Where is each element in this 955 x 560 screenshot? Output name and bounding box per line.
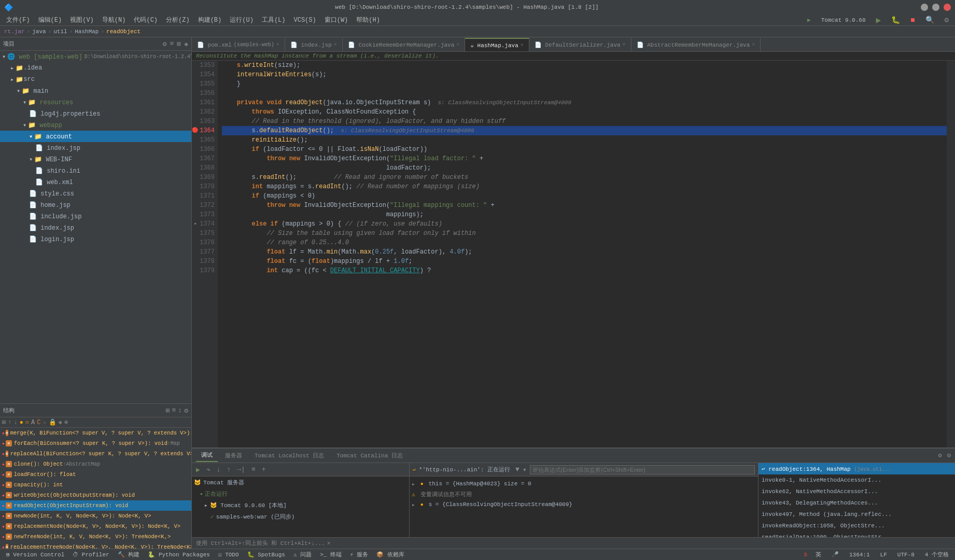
struct-replaceall[interactable]: ● m replaceAll(BiFunction<? super K, ? s… <box>0 449 191 459</box>
eval-filter-icon[interactable]: ▼ <box>515 466 519 473</box>
status-ime[interactable]: 英 <box>813 551 823 558</box>
tree-webinf[interactable]: ▾ 📁 WEB-INF <box>0 153 191 165</box>
struct-toolbar-3[interactable]: ↓ <box>13 419 17 426</box>
status-encoding[interactable]: UTF-8 <box>895 552 917 558</box>
var-s[interactable]: ▸ ● s = {ClassResolvingObjectInputStream… <box>412 499 756 510</box>
struct-toolbar-5[interactable]: ○ <box>25 419 29 426</box>
tree-webapp[interactable]: ▾ 📁 webapp <box>0 119 191 131</box>
debug-resume-btn[interactable]: ▶ <box>194 465 202 475</box>
tree-shiro-ini[interactable]: 📄 shiro.ini <box>0 165 191 176</box>
menu-file[interactable]: 文件(F) <box>2 15 34 25</box>
tab-close-indexjsp[interactable]: × <box>334 42 337 48</box>
struct-capacity[interactable]: ● m capacity(): int <box>0 480 191 490</box>
server-item-samples[interactable]: ✓ samples-web:war (已同步) <box>192 511 409 522</box>
eval-expression-input[interactable] <box>530 465 755 474</box>
menu-build[interactable]: 构建(B) <box>194 15 226 25</box>
tree-webxml[interactable]: 📄 web.xml <box>0 176 191 188</box>
menu-nav[interactable]: 导航(N) <box>98 15 130 25</box>
breadcrumb-readobject[interactable]: readObject <box>106 29 141 35</box>
fold-icon[interactable]: ▸ <box>194 219 197 229</box>
tree-idea[interactable]: ▸ 📁 .idea <box>0 62 191 74</box>
tree-include[interactable]: 📄 include.jsp <box>0 211 191 222</box>
frame-invoke43[interactable]: invoke43, DelegatingMethodAcces... <box>759 497 955 509</box>
struct-writeobject[interactable]: ● m writeObject(ObjectOutputStream): voi… <box>0 490 191 500</box>
status-build[interactable]: 🔨 构建 <box>116 551 142 558</box>
status-profiler[interactable]: ⏱ Profiler <box>71 551 111 558</box>
status-services[interactable]: ⚡ 服务 <box>348 551 370 558</box>
status-mic[interactable]: 🎤 <box>830 551 841 558</box>
tree-index[interactable]: 📄 index.jsp <box>0 222 191 233</box>
menu-analyze[interactable]: 分析(Z) <box>162 15 194 25</box>
struct-toolbar-1[interactable]: ⊞ <box>2 418 6 426</box>
run-button[interactable]: ▶ <box>872 14 886 26</box>
tree-home[interactable]: 📄 home.jsp <box>0 199 191 211</box>
debug-step-over-btn[interactable]: ↷ <box>204 465 213 475</box>
tree-src[interactable]: ▸ 📁 src <box>0 74 191 85</box>
struct-toolbar-7[interactable]: C <box>37 419 40 426</box>
server-item-tomcat-local[interactable]: ▸ 🐱 Tomcat 9.0.60 [本地] <box>192 499 409 511</box>
breadcrumb-rtjar[interactable]: rt.jar <box>4 29 25 35</box>
struct-foreach[interactable]: ● m forEach(BiConsumer<? super K, ? supe… <box>0 438 191 449</box>
debug-evaluate-btn[interactable]: ≡ <box>249 465 258 474</box>
debug-add-btn[interactable]: + <box>260 465 268 474</box>
struct-toolbar-2[interactable]: ↑ <box>8 419 11 426</box>
struct-toolbar-10[interactable]: ◈ <box>59 418 62 426</box>
tree-login[interactable]: 📄 login.jsp <box>0 233 191 245</box>
tree-item-web[interactable]: ▾ 🌐 web [samples-web] D:\Download\shiro-… <box>0 51 191 62</box>
struct-loadfactor[interactable]: ● m loadFactor(): float <box>0 469 191 480</box>
project-expand-icon[interactable]: ⊞ <box>177 40 181 48</box>
menu-view[interactable]: 视图(V) <box>66 15 98 25</box>
struct-replacementtreenode[interactable]: ● m replacementTreeNode(Node<K, V>, Node… <box>0 542 191 549</box>
struct-readobject[interactable]: ● m readObject(ObjectInputStream): void <box>0 500 191 511</box>
server-item-tomcat[interactable]: 🐱 Tomcat 服务器 <box>192 477 409 488</box>
frame-invoke0[interactable]: invoke0-1, NativeMethodAccessorI... <box>759 474 955 486</box>
breadcrumb-hashmap[interactable]: HashMap <box>75 29 99 35</box>
struct-toolbar-4[interactable]: ● <box>20 419 23 426</box>
tab-close-cookie[interactable]: × <box>456 42 459 48</box>
menu-vcs[interactable]: VCS(S) <box>289 16 320 25</box>
bottom-tab-tomcat-catalina[interactable]: Tomcat Catalina 日志 <box>331 450 408 461</box>
struct-toolbar-6[interactable]: A <box>31 419 35 426</box>
tree-log4j[interactable]: 📄 log4j.properties <box>0 108 191 119</box>
var-this[interactable]: ▸ ● this = {HashMap@4023} size = 0 <box>412 479 756 489</box>
tab-close-abstract[interactable]: × <box>752 42 755 48</box>
status-problems[interactable]: ⚠ 问题 <box>291 551 314 558</box>
struct-icon3[interactable]: ↕ <box>178 407 182 415</box>
frame-invoke497[interactable]: invoke497, Method (java.lang.reflec... <box>759 509 955 520</box>
code-editor[interactable]: s.writeInt(size); internalWriteEntries(s… <box>218 61 947 447</box>
status-linefeed[interactable]: LF <box>878 552 889 558</box>
debug-step-into-btn[interactable]: ↓ <box>215 465 223 474</box>
bottom-settings-icon[interactable]: ⚙ <box>938 452 942 459</box>
bottom-tab-server[interactable]: 服务器 <box>220 450 247 461</box>
tree-account[interactable]: ▾ 📁 account <box>0 131 191 142</box>
tab-indexjsp[interactable]: 📄 index.jsp × <box>285 38 343 51</box>
breadcrumb-java[interactable]: java <box>32 29 46 35</box>
minimize-button[interactable] <box>921 4 928 11</box>
stop-button[interactable]: ■ <box>906 15 919 25</box>
menu-window[interactable]: 窗口(W) <box>320 15 353 25</box>
struct-icon4[interactable]: ⚙ <box>184 407 188 415</box>
struct-replacementnode[interactable]: ● m replacementNode(Node<K, V>, Node<K, … <box>0 521 191 531</box>
bottom-hint-close[interactable]: × <box>327 540 331 547</box>
menu-help[interactable]: 帮助(H) <box>352 15 384 25</box>
status-indent[interactable]: 4 个空格 <box>923 551 951 558</box>
close-button[interactable] <box>944 4 951 11</box>
project-settings-icon[interactable]: ⚙ <box>163 40 167 48</box>
menu-run[interactable]: 运行(U) <box>226 15 258 25</box>
status-python-packages[interactable]: 🐍 Python Packages <box>146 551 212 558</box>
project-gear-icon[interactable]: ◈ <box>184 40 188 48</box>
maximize-button[interactable] <box>932 4 939 11</box>
struct-toolbar-9[interactable]: 🔒 <box>49 418 57 426</box>
debug-button[interactable]: 🐛 <box>887 15 904 25</box>
status-position[interactable]: 1364:1 <box>847 552 872 558</box>
bottom-tab-tomcat-localhost[interactable]: Tomcat Localhost 日志 <box>249 450 329 461</box>
tab-pomxml[interactable]: 📄 pom.xml (samples-web) × <box>192 38 285 51</box>
debug-step-out-btn[interactable]: ↑ <box>224 465 233 474</box>
struct-toolbar-8[interactable]: ☆ <box>43 418 46 426</box>
tab-close-pomxml[interactable]: × <box>276 42 279 48</box>
tab-defaultserializer[interactable]: 📄 DefaultSerializer.java × <box>529 38 631 51</box>
eval-filter-dropdown[interactable]: ▾ <box>523 466 527 474</box>
tab-abstractremember[interactable]: 📄 AbstractRememberMeManager.java × <box>631 38 761 51</box>
struct-newtreenode[interactable]: ● m newTreeNode(int, K, V, Node<K, V>): … <box>0 531 191 542</box>
bottom-gear-icon[interactable]: ⚙ <box>947 452 951 459</box>
